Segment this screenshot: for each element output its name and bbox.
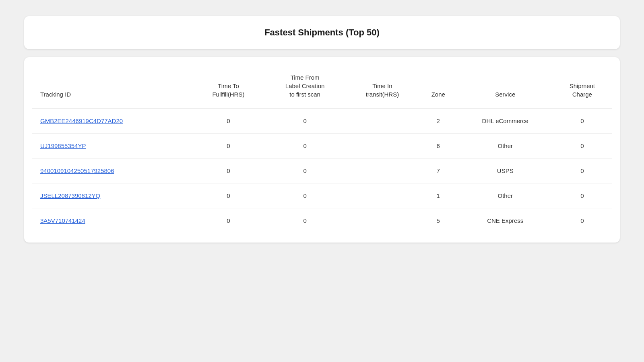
cell-zone: 1 — [419, 183, 458, 208]
cell-service: DHL eCommerce — [458, 109, 553, 134]
cell-tracking-id[interactable]: 3A5V710741424 — [32, 208, 193, 233]
cell-tracking-id[interactable]: 9400109104250517925806 — [32, 158, 193, 183]
tracking-id-link[interactable]: JSELL2087390812YQ — [40, 192, 100, 199]
cell-time-to-fulfill: 0 — [193, 158, 264, 183]
cell-time-to-fulfill: 0 — [193, 208, 264, 233]
cell-time-in-transit — [346, 158, 419, 183]
tracking-id-link[interactable]: GMB2EE2446919C4D77AD20 — [40, 117, 123, 124]
cell-zone: 7 — [419, 158, 458, 183]
cell-tracking-id[interactable]: JSELL2087390812YQ — [32, 183, 193, 208]
cell-time-in-transit — [346, 109, 419, 134]
cell-service: USPS — [458, 158, 553, 183]
col-header-time-to-fulfill: Time ToFullfill(HRS) — [193, 67, 264, 109]
cell-time-in-transit — [346, 134, 419, 158]
cell-zone: 2 — [419, 109, 458, 134]
table-row: GMB2EE2446919C4D77AD20002DHL eCommerce0 — [32, 109, 612, 134]
cell-tracking-id[interactable]: GMB2EE2446919C4D77AD20 — [32, 109, 193, 134]
title-card: Fastest Shipments (Top 50) — [24, 16, 620, 49]
col-header-service: Service — [458, 67, 553, 109]
cell-service: Other — [458, 183, 553, 208]
cell-shipment-charge: 0 — [553, 134, 612, 158]
col-header-time-from-label: Time FromLabel Creationto first scan — [264, 67, 346, 109]
table-row: 9400109104250517925806007USPS0 — [32, 158, 612, 183]
col-header-shipment-charge: ShipmentCharge — [553, 67, 612, 109]
shipments-table: Tracking ID Time ToFullfill(HRS) Time Fr… — [32, 67, 612, 233]
table-header-row: Tracking ID Time ToFullfill(HRS) Time Fr… — [32, 67, 612, 109]
col-header-time-in-transit: Time Intransit(HRS) — [346, 67, 419, 109]
table-row: UJ199855354YP006Other0 — [32, 134, 612, 158]
cell-time-to-fulfill: 0 — [193, 134, 264, 158]
cell-time-to-fulfill: 0 — [193, 109, 264, 134]
cell-time-in-transit — [346, 208, 419, 233]
table-card: Tracking ID Time ToFullfill(HRS) Time Fr… — [24, 57, 620, 243]
cell-shipment-charge: 0 — [553, 208, 612, 233]
cell-zone: 5 — [419, 208, 458, 233]
cell-time-from-label: 0 — [264, 183, 346, 208]
cell-time-from-label: 0 — [264, 208, 346, 233]
cell-time-from-label: 0 — [264, 109, 346, 134]
cell-time-to-fulfill: 0 — [193, 183, 264, 208]
cell-service: Other — [458, 134, 553, 158]
tracking-id-link[interactable]: UJ199855354YP — [40, 142, 86, 149]
cell-zone: 6 — [419, 134, 458, 158]
cell-shipment-charge: 0 — [553, 158, 612, 183]
page-title: Fastest Shipments (Top 50) — [40, 27, 604, 38]
table-row: JSELL2087390812YQ001Other0 — [32, 183, 612, 208]
col-header-tracking-id: Tracking ID — [32, 67, 193, 109]
cell-time-from-label: 0 — [264, 134, 346, 158]
tracking-id-link[interactable]: 9400109104250517925806 — [40, 167, 114, 174]
cell-tracking-id[interactable]: UJ199855354YP — [32, 134, 193, 158]
cell-time-in-transit — [346, 183, 419, 208]
cell-shipment-charge: 0 — [553, 183, 612, 208]
table-row: 3A5V710741424005CNE Express0 — [32, 208, 612, 233]
tracking-id-link[interactable]: 3A5V710741424 — [40, 217, 85, 224]
cell-service: CNE Express — [458, 208, 553, 233]
col-header-zone: Zone — [419, 67, 458, 109]
cell-shipment-charge: 0 — [553, 109, 612, 134]
cell-time-from-label: 0 — [264, 158, 346, 183]
